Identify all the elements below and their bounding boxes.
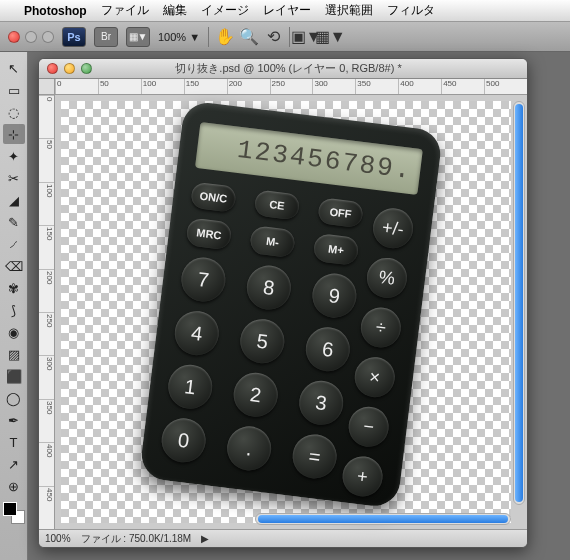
canvas[interactable]: 123456789. ON/C CE OFF MRC M- M+ 789 [55,95,527,529]
tool-eyedropper[interactable]: ◢ [3,190,25,210]
menu-image[interactable]: イメージ [201,2,249,19]
minimize-icon[interactable] [25,31,37,43]
separator [208,27,209,47]
status-zoom[interactable]: 100% [45,533,71,544]
tool-eraser[interactable]: ⟆ [3,300,25,320]
status-file: ファイル : 750.0K/1.18M [81,532,192,546]
vscroll-thumb[interactable] [515,104,523,502]
bridge-button[interactable]: Br [94,27,118,47]
calc-btn-sub: − [346,404,391,449]
tool-blur[interactable]: ▨ [3,344,25,364]
calc-btn-5: 5 [238,317,287,366]
tool-heal[interactable]: ✎ [3,212,25,232]
calc-btn-mul: × [352,355,397,400]
tool-brush[interactable]: ⟋ [3,234,25,254]
horizontal-scrollbar[interactable] [255,513,511,525]
calc-btn-mplus: M+ [312,233,359,266]
color-swatch[interactable] [3,502,25,524]
calc-btn-mrc: MRC [185,217,232,250]
tool-panel: ↖ ▭ ◌ ⊹ ✦ ✂ ◢ ✎ ⟋ ⌫ ✾ ⟆ ◉ ▨ ⬛ ◯ ✒ T ↗ ⊕ [0,52,28,560]
status-bar: 100% ファイル : 750.0K/1.18M ▶ [39,529,527,547]
calc-btn-eq: = [290,432,339,481]
tool-lasso[interactable]: ◌ [3,102,25,122]
calc-btn-2: 2 [231,370,280,419]
calc-btn-add: + [340,454,385,499]
calc-btn-3: 3 [297,378,346,427]
calc-btn-4: 4 [172,309,221,358]
tool-shape[interactable]: ↗ [3,454,25,474]
tool-crop[interactable]: ✦ [3,146,25,166]
calc-btn-8: 8 [244,263,293,312]
calc-btn-7: 7 [179,255,228,304]
ruler-vertical: 050100150200250300350400450 [39,95,55,529]
menu-select[interactable]: 選択範囲 [325,2,373,19]
calc-btn-onc: ON/C [190,182,237,213]
ruler-corner [39,79,55,95]
workspace: ↖ ▭ ◌ ⊹ ✦ ✂ ◢ ✎ ⟋ ⌫ ✾ ⟆ ◉ ▨ ⬛ ◯ ✒ T ↗ ⊕ … [0,52,570,560]
calc-btn-0: 0 [159,416,208,465]
tool-stamp[interactable]: ⌫ [3,256,25,276]
document-window: 切り抜き.psd @ 100% (レイヤー 0, RGB/8#) * 05010… [38,58,528,548]
screen-mode-icon[interactable]: ▣▼ [298,29,314,45]
zoom-tool-icon[interactable]: 🔍 [241,29,257,45]
tool-3d[interactable]: ⊕ [3,476,25,496]
calc-display: 123456789. [195,122,423,195]
status-arrow-icon[interactable]: ▶ [201,533,209,544]
rotate-tool-icon[interactable]: ⟲ [265,29,281,45]
layout-button[interactable]: ▦▼ [126,27,150,47]
calc-btn-1: 1 [166,362,215,411]
app-name[interactable]: Photoshop [24,4,87,18]
tool-move[interactable]: ↖ [3,58,25,78]
optbar-traffic [8,31,54,43]
tool-dodge[interactable]: ⬛ [3,366,25,386]
ruler-horizontal: 050100150200250300350400450500 [55,79,527,95]
tool-wand[interactable]: ⊹ [3,124,25,144]
calc-btn-ce: CE [254,189,301,220]
ps-icon[interactable]: Ps [62,27,86,47]
zoom-icon[interactable] [42,31,54,43]
calc-btn-plusminus: +/- [371,206,416,251]
vertical-scrollbar[interactable] [513,101,525,505]
tool-history[interactable]: ✾ [3,278,25,298]
tool-slice[interactable]: ✂ [3,168,25,188]
calc-btn-6: 6 [303,325,352,374]
calc-btn-percent: % [365,256,410,301]
calc-btn-dot: . [225,424,274,473]
menubar: Photoshop ファイル 編集 イメージ レイヤー 選択範囲 フィルタ [0,0,570,22]
document-title: 切り抜き.psd @ 100% (レイヤー 0, RGB/8#) * [58,61,519,76]
calc-btn-div: ÷ [359,305,404,350]
hscroll-thumb[interactable] [258,515,508,523]
calc-btn-off: OFF [317,197,364,228]
doc-close-icon[interactable] [47,63,58,74]
calc-btn-mminus: M- [249,225,296,258]
tool-marquee[interactable]: ▭ [3,80,25,100]
calc-btn-9: 9 [310,271,359,320]
menu-layer[interactable]: レイヤー [263,2,311,19]
grid-icon[interactable]: ▦▼ [322,29,338,45]
document-titlebar[interactable]: 切り抜き.psd @ 100% (レイヤー 0, RGB/8#) * [39,59,527,79]
hand-tool-icon[interactable]: ✋ [217,29,233,45]
zoom-level[interactable]: 100% ▼ [158,31,200,43]
options-bar: Ps Br ▦▼ 100% ▼ ✋ 🔍 ⟲ ▣▼ ▦▼ [0,22,570,52]
calculator-image: 123456789. ON/C CE OFF MRC M- M+ 789 [139,100,443,509]
tool-path[interactable]: T [3,432,25,452]
close-icon[interactable] [8,31,20,43]
tool-type[interactable]: ✒ [3,410,25,430]
menu-edit[interactable]: 編集 [163,2,187,19]
tool-pen[interactable]: ◯ [3,388,25,408]
menu-file[interactable]: ファイル [101,2,149,19]
tool-gradient[interactable]: ◉ [3,322,25,342]
menu-filter[interactable]: フィルタ [387,2,435,19]
